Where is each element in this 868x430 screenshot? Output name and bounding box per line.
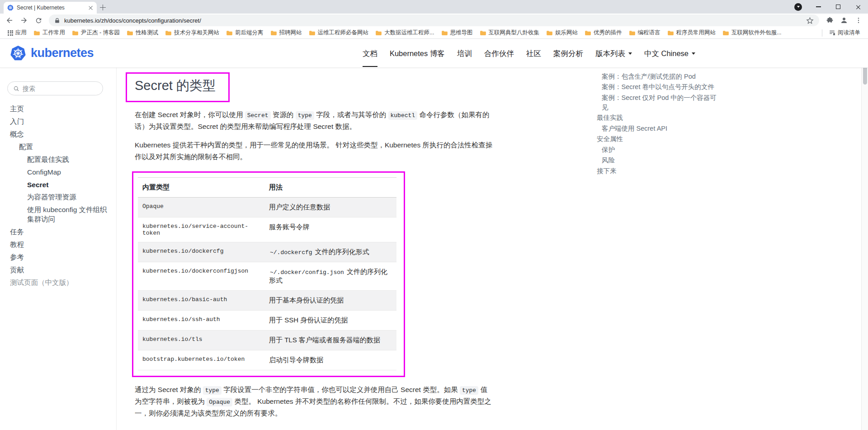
nav-item-7[interactable]: 中文 Chinese	[644, 40, 695, 67]
sidebar-item-8[interactable]: 使用 kubeconfig 文件组织集群访问	[6, 205, 110, 224]
extensions-button[interactable]	[824, 14, 835, 26]
bookmark-folder-5[interactable]: 招聘网站	[267, 28, 305, 38]
bookmark-label: 性格测试	[136, 29, 158, 37]
window-minimize-button[interactable]	[808, 0, 828, 14]
address-bar[interactable]: kubernetes.io/zh/docs/concepts/configura…	[49, 14, 819, 26]
sidebar-item-5[interactable]: ConfigMap	[6, 168, 110, 177]
reload-button[interactable]	[33, 14, 44, 26]
kubernetes-logo[interactable]: kubernetes	[10, 45, 94, 61]
sidebar-item-3[interactable]: 配置	[6, 142, 110, 152]
sidebar-item-11[interactable]: 参考	[6, 253, 110, 262]
toc-item-4[interactable]: 客户端使用 Secret API	[597, 124, 719, 133]
nav-item-4[interactable]: 社区	[526, 40, 541, 67]
bookmark-folder-6[interactable]: 运维工程师必备网站	[306, 28, 372, 38]
reading-list-button[interactable]: 阅读清单	[826, 28, 863, 38]
sidebar-item-13[interactable]: 测试页面（中文版）	[6, 278, 110, 288]
bookmark-folder-10[interactable]: 娱乐网站	[543, 28, 581, 38]
new-tab-button[interactable]	[97, 1, 108, 13]
profile-button[interactable]	[838, 14, 850, 26]
sidebar-search[interactable]	[7, 81, 103, 95]
nav-item-6[interactable]: 版本列表	[595, 40, 632, 67]
docs-sidebar: 主页入门概念配置配置最佳实践ConfigMapSecret为容器管理资源使用 k…	[0, 68, 117, 430]
bookmark-folder-8[interactable]: 思维导图	[438, 28, 476, 38]
toc-item-0[interactable]: 案例：包含生产/测试凭据的 Pod	[597, 72, 719, 81]
table-column-header: 用法	[264, 178, 396, 198]
toc-item-2[interactable]: 案例：Secret 仅对 Pod 中的一个容器可见	[597, 93, 719, 112]
window-maximize-button[interactable]	[828, 0, 848, 14]
table-row: kubernetes.io/dockerconfigjson~/.docker/…	[138, 262, 396, 291]
browser-tab[interactable]: Secret | Kubernetes	[4, 2, 97, 14]
table-row: kubernetes.io/service-account-token服务账号令…	[138, 217, 396, 242]
bookmark-folder-1[interactable]: 尹正杰 - 博客园	[69, 28, 123, 38]
bookmark-folder-14[interactable]: 互联网软件外包服...	[719, 28, 784, 38]
back-button[interactable]	[4, 14, 15, 26]
nav-item-2[interactable]: 培训	[457, 40, 472, 67]
puzzle-icon	[826, 17, 834, 24]
toc-item-5[interactable]: 安全属性	[597, 134, 719, 144]
bookmark-folder-11[interactable]: 优秀的插件	[581, 28, 625, 38]
nav-item-label: 社区	[526, 49, 541, 59]
bookmark-label: 前后端分离	[235, 29, 264, 37]
bookmark-folder-9[interactable]: 互联网典型八卦收集	[476, 28, 543, 38]
toc-item-3[interactable]: 最佳实践	[597, 113, 719, 123]
search-input[interactable]	[23, 85, 90, 92]
bookmark-folder-2[interactable]: 性格测试	[123, 28, 161, 38]
folder-icon	[441, 30, 448, 36]
inline-code: Opaque	[207, 398, 232, 406]
nav-item-label: Kubernetes 博客	[390, 49, 445, 59]
plus-icon	[100, 5, 106, 10]
sidebar-item-12[interactable]: 贡献	[6, 265, 110, 275]
sidebar-item-0[interactable]: 主页	[6, 104, 110, 114]
bookmark-folder-0[interactable]: 工作常用	[30, 28, 68, 38]
tab-strip: Secret | Kubernetes	[0, 0, 868, 14]
table-row: kubernetes.io/basic-auth用于基本身份认证的凭据	[138, 291, 396, 311]
sidebar-item-1[interactable]: 入门	[6, 117, 110, 127]
toc-item-6[interactable]: 保护	[597, 145, 719, 155]
table-row: bootstrap.kubernetes.io/token启动引导令牌数据	[138, 350, 396, 370]
folder-icon	[667, 30, 674, 36]
bookmark-folder-12[interactable]: 编程语言	[626, 28, 664, 38]
bookmark-folder-4[interactable]: 前后端分离	[223, 28, 267, 38]
paragraph: Kubernetes 提供若干种内置的类型，用于一些常见的使用场景。 针对这些类…	[135, 139, 494, 163]
bookmark-folder-3[interactable]: 技术分享相关网站	[162, 28, 222, 38]
text-run: 字段设置一个非空的字符串值，你也可以定义并使用自己 Secret 类型。如果	[222, 386, 460, 393]
forward-button[interactable]	[18, 14, 30, 26]
page-scrollbar[interactable]	[861, 39, 868, 430]
folder-icon	[72, 30, 79, 36]
bookmark-folder-13[interactable]: 程序员常用网站	[664, 28, 719, 38]
inline-code: type	[296, 111, 314, 120]
nav-item-1[interactable]: Kubernetes 博客	[390, 40, 445, 67]
toc-item-7[interactable]: 风险	[597, 156, 719, 165]
nav-item-5[interactable]: 案例分析	[553, 40, 583, 67]
sidebar-item-9[interactable]: 任务	[6, 227, 110, 237]
bookmark-star-icon[interactable]	[806, 17, 814, 24]
folder-icon	[722, 30, 729, 36]
nav-item-3[interactable]: 合作伙伴	[484, 40, 514, 67]
inline-code: ~/.docker/config.json	[269, 269, 345, 276]
bookmark-label: 工作常用	[42, 29, 65, 37]
inline-code: type	[460, 386, 478, 395]
page-body: 主页入门概念配置配置最佳实践ConfigMapSecret为容器管理资源使用 k…	[0, 68, 868, 430]
apps-shortcut[interactable]: 应用	[5, 28, 30, 38]
sidebar-item-10[interactable]: 教程	[6, 240, 110, 250]
nav-item-label: 文档	[363, 49, 377, 59]
sidebar-item-7[interactable]: 为容器管理资源	[6, 193, 110, 202]
bookmark-folder-list: 工作常用尹正杰 - 博客园性格测试技术分享相关网站前后端分离招聘网站运维工程师必…	[30, 28, 784, 38]
tab-close-icon[interactable]	[88, 5, 93, 10]
window-close-button[interactable]	[848, 0, 868, 14]
tab-title: Secret | Kubernetes	[17, 5, 85, 11]
text-run: 启动引导令牌数据	[269, 356, 323, 364]
tab-search-button[interactable]	[794, 3, 802, 11]
text-run: 资源的	[271, 111, 296, 118]
folder-icon	[546, 30, 553, 36]
nav-item-0[interactable]: 文档	[363, 40, 377, 67]
sidebar-item-2[interactable]: 概念	[6, 130, 110, 139]
toc-item-8[interactable]: 接下来	[597, 166, 719, 176]
bookmark-folder-7[interactable]: 大数据运维工程师...	[372, 28, 437, 38]
sidebar-item-4[interactable]: 配置最佳实践	[6, 155, 110, 165]
bookmark-label: 优秀的插件	[594, 29, 622, 37]
secret-type-cell: kubernetes.io/ssh-auth	[138, 311, 264, 331]
sidebar-item-6[interactable]: Secret	[6, 180, 110, 190]
toc-item-1[interactable]: 案例：Secret 卷中以句点号开头的文件	[597, 82, 719, 92]
browser-menu-button[interactable]	[853, 14, 864, 26]
